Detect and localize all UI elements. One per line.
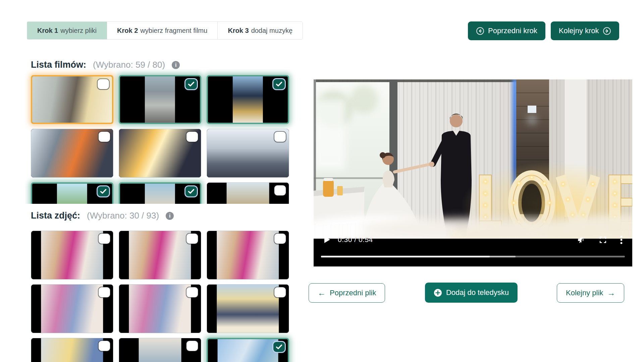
video-thumbnail[interactable] xyxy=(31,129,113,178)
photo-thumbnail-image xyxy=(41,285,103,333)
video-thumbnail-image xyxy=(57,184,87,204)
previous-step-label: Poprzedni krok xyxy=(488,26,537,35)
photo-select-checkbox[interactable] xyxy=(186,234,198,244)
photo-thumbnail-image xyxy=(41,338,103,362)
play-icon[interactable] xyxy=(324,236,330,243)
photo-thumbnail-image xyxy=(217,231,279,279)
step-tabbar: Krok 1 wybierz pliki Krok 2 wybierz frag… xyxy=(27,21,303,40)
video-select-checkbox[interactable] xyxy=(185,79,197,89)
next-file-label: Kolejny plik xyxy=(566,289,603,297)
video-thumbnail[interactable] xyxy=(119,129,201,178)
video-select-checkbox[interactable] xyxy=(273,79,285,89)
photo-select-checkbox[interactable] xyxy=(186,287,198,297)
check-icon xyxy=(276,344,282,350)
video-select-checkbox[interactable] xyxy=(99,132,110,142)
photo-select-checkbox[interactable] xyxy=(99,287,110,297)
add-to-video-button[interactable]: Dodaj do teledysku xyxy=(425,283,518,303)
video-thumbnail[interactable] xyxy=(31,75,113,124)
photo-thumbnail[interactable] xyxy=(31,284,113,333)
video-select-checkbox[interactable] xyxy=(186,132,198,142)
seek-bar[interactable] xyxy=(321,256,625,257)
video-thumbnail-image xyxy=(145,76,175,123)
videos-grid xyxy=(25,69,298,204)
videos-title: Lista filmów: xyxy=(31,60,86,70)
video-thumbnail-image xyxy=(233,76,263,123)
check-icon xyxy=(100,189,107,194)
player-controls: 0:30 / 0:54 xyxy=(314,232,632,247)
tab-step-2-number: Krok 2 xyxy=(117,27,138,35)
photos-grid xyxy=(25,225,298,362)
photo-thumbnail-image xyxy=(218,339,278,362)
kebab-menu-icon[interactable] xyxy=(620,235,623,244)
next-step-button[interactable]: Kolejny krok xyxy=(551,21,619,40)
photo-thumbnail-image xyxy=(217,285,279,333)
photo-thumbnail-image xyxy=(129,231,191,279)
photo-thumbnail[interactable] xyxy=(207,231,289,280)
photo-thumbnail[interactable] xyxy=(119,338,201,362)
video-select-checkbox[interactable] xyxy=(98,79,109,89)
video-thumbnail[interactable] xyxy=(207,129,289,178)
video-thumbnail-image xyxy=(145,184,175,204)
tab-step-3-label: dodaj muzykę xyxy=(251,27,292,35)
info-icon[interactable]: i xyxy=(172,61,180,69)
video-player[interactable]: 0:30 / 0:54 xyxy=(314,79,632,266)
tab-step-1-number: Krok 1 xyxy=(37,27,58,35)
photo-thumbnail[interactable] xyxy=(119,284,201,333)
photo-thumbnail-image xyxy=(139,338,181,362)
video-thumbnail[interactable] xyxy=(119,182,201,204)
tab-step-2-label: wybierz fragment filmu xyxy=(140,27,207,35)
add-to-video-label: Dodaj do teledysku xyxy=(446,288,509,297)
step-nav-buttons: Poprzedni krok Kolejny krok xyxy=(468,21,619,40)
next-file-button[interactable]: Kolejny plik → xyxy=(557,283,624,303)
next-step-label: Kolejny krok xyxy=(559,26,599,35)
previous-step-button[interactable]: Poprzedni krok xyxy=(468,21,545,40)
fullscreen-icon[interactable] xyxy=(599,236,607,244)
video-thumbnail[interactable] xyxy=(31,182,113,204)
arrow-left-circle-icon xyxy=(476,27,484,35)
video-select-checkbox[interactable] xyxy=(274,132,286,142)
info-icon[interactable]: i xyxy=(166,212,174,220)
video-thumbnail-image xyxy=(227,183,269,204)
muted-speaker-icon[interactable] xyxy=(577,235,586,244)
video-frame xyxy=(314,79,632,239)
video-thumbnail[interactable] xyxy=(207,182,289,204)
photo-thumbnail[interactable] xyxy=(31,231,113,280)
tab-step-1-label: wybierz pliki xyxy=(60,27,97,35)
photo-select-checkbox[interactable] xyxy=(99,234,110,244)
photo-select-checkbox[interactable] xyxy=(99,341,110,351)
videos-selected-count: (Wybrano: 59 / 80) xyxy=(93,60,165,70)
video-thumbnail[interactable] xyxy=(207,75,289,124)
played-bar xyxy=(321,256,490,257)
arrow-right-icon: → xyxy=(607,289,615,297)
check-icon xyxy=(276,81,282,87)
arrow-right-circle-icon xyxy=(603,27,611,35)
tab-step-2[interactable]: Krok 2 wybierz fragment filmu xyxy=(107,22,218,39)
tab-step-3-number: Krok 3 xyxy=(228,27,249,35)
video-thumbnail[interactable] xyxy=(119,75,201,124)
photo-select-checkbox[interactable] xyxy=(273,342,285,352)
photo-thumbnail[interactable] xyxy=(207,338,289,362)
photo-select-checkbox[interactable] xyxy=(274,234,286,244)
photo-thumbnail[interactable] xyxy=(207,284,289,333)
photo-thumbnail-image xyxy=(41,231,103,279)
time-display: 0:30 / 0:54 xyxy=(338,236,373,244)
plus-circle-icon xyxy=(434,289,442,297)
tab-step-1[interactable]: Krok 1 wybierz pliki xyxy=(27,22,107,39)
previous-file-button[interactable]: ← Poprzedni plik xyxy=(309,283,385,303)
photos-selected-count: (Wybrano: 30 / 93) xyxy=(87,210,159,221)
check-icon xyxy=(188,81,195,87)
photo-thumbnail[interactable] xyxy=(119,231,201,280)
check-icon xyxy=(188,189,195,194)
video-select-checkbox[interactable] xyxy=(274,185,286,195)
previous-file-label: Poprzedni plik xyxy=(330,289,376,297)
photo-select-checkbox[interactable] xyxy=(186,341,198,351)
photos-title: Lista zdjęć: xyxy=(31,210,80,221)
video-select-checkbox[interactable] xyxy=(185,186,197,196)
arrow-left-icon: ← xyxy=(318,289,326,297)
photos-section-header: Lista zdjęć: (Wybrano: 30 / 93) i xyxy=(31,210,174,221)
photo-thumbnail[interactable] xyxy=(31,338,113,362)
photo-select-checkbox[interactable] xyxy=(274,287,286,297)
photo-thumbnail-image xyxy=(129,285,191,333)
tab-step-3[interactable]: Krok 3 dodaj muzykę xyxy=(218,22,303,39)
video-select-checkbox[interactable] xyxy=(98,186,109,196)
